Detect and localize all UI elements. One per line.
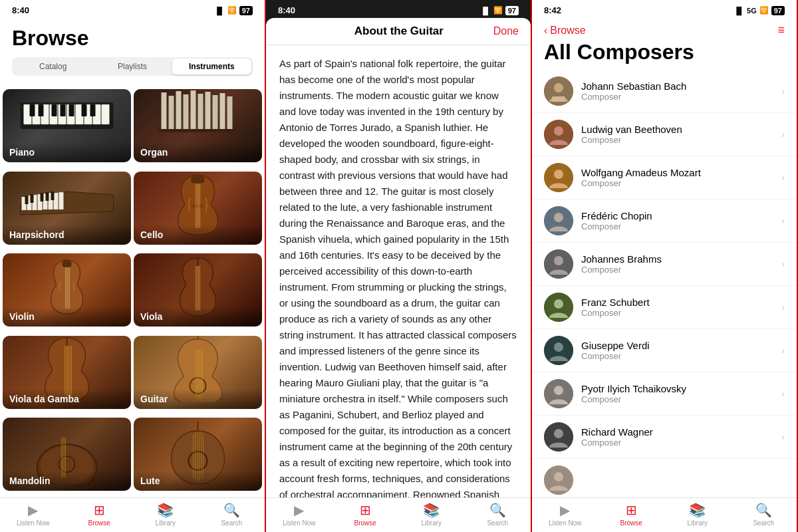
instrument-card-viola[interactable]: Viola [134,253,262,327]
mozart-role: Composer [581,178,781,188]
instrument-card-cello[interactable]: Cello [134,172,262,245]
svg-rect-39 [41,193,44,201]
chopin-role: Composer [581,221,781,231]
instrument-card-guitar[interactable]: Guitar [134,336,262,409]
composer-row-mozart[interactable]: Wolfgang Amadeus Mozart Composer › [532,156,797,200]
tab-search-label-3: Search [753,519,774,527]
svg-rect-91 [552,96,565,102]
tab-browse-icon-1: ⊞ [94,502,105,518]
composer-row-brahms[interactable]: Johannes Brahms Composer › [532,243,797,286]
tab-search-1[interactable]: 🔍 Search [199,502,265,527]
tab-bar-1: ▶ Listen Now ⊞ Browse 📚 Library 🔍 Search [0,497,265,532]
schubert-chevron: › [781,302,785,313]
tab-search-icon-2: 🔍 [489,502,506,518]
instrument-card-organ[interactable]: Organ [134,89,262,162]
segment-instruments[interactable]: Instruments [172,59,251,74]
violin-label: Violin [9,311,35,322]
composer-avatar-beethoven [544,120,573,149]
svg-point-93 [554,126,563,136]
composers-list: Johann Sebastian Bach Composer › Ludwig … [532,70,797,497]
instrument-card-viola-da-gamba[interactable]: Viola da Gamba [3,336,131,409]
done-button[interactable]: Done [493,25,519,37]
instrument-card-violin[interactable]: Violin [3,253,131,327]
mozart-chevron: › [781,172,785,183]
svg-rect-27 [220,93,225,129]
instrument-card-piano[interactable]: Piano [3,89,131,162]
composer-avatar-tchaikovsky [544,379,573,408]
lute-overlay: Lute [134,471,262,491]
segment-control[interactable]: Catalog Playlists Instruments [12,57,253,76]
tab-listen-now-2[interactable]: ▶ Listen Now [266,502,332,527]
wagner-portrait [544,422,573,452]
tab-browse-2[interactable]: ⊞ Browse [332,502,399,527]
viola-label: Viola [140,311,162,322]
mozart-name: Wolfgang Amadeus Mozart [581,167,781,178]
instrument-card-harpsichord[interactable]: Harpsichord [3,172,131,245]
lute-label: Lute [140,475,160,486]
tab-listen-now-label-1: Listen Now [17,519,49,527]
signal-icon-3: ▐▌ [733,7,744,15]
composer-info-verdi: Giuseppe Verdi Composer [581,340,781,361]
tab-listen-now-label-3: Listen Now [549,519,581,527]
menu-icon[interactable]: ≡ [777,23,785,37]
composer-avatar-brahms [544,249,573,279]
svg-rect-17 [90,104,96,116]
composer-avatar-schubert [544,293,573,322]
tab-listen-now-1[interactable]: ▶ Listen Now [0,502,66,527]
svg-rect-12 [39,104,44,116]
svg-rect-16 [82,104,87,116]
tab-library-3[interactable]: 📚 Library [664,502,731,527]
composer-avatar-wagner [544,422,573,452]
partial-portrait [544,466,573,495]
harpsichord-illustration [3,172,131,225]
back-label[interactable]: Browse [550,25,585,37]
svg-rect-11 [30,104,35,116]
beethoven-chevron: › [781,129,785,140]
tab-search-3[interactable]: 🔍 Search [731,502,797,527]
chopin-portrait [544,206,573,235]
mozart-portrait [544,163,573,192]
tab-browse-1[interactable]: ⊞ Browse [66,502,133,527]
composer-row-bach[interactable]: Johann Sebastian Bach Composer › [532,70,797,113]
composer-info-chopin: Frédéric Chopin Composer [581,210,781,231]
composer-row-wagner[interactable]: Richard Wagner Composer › [532,416,797,459]
svg-rect-24 [198,94,203,129]
wagner-chevron: › [781,432,785,442]
svg-rect-26 [213,95,218,129]
composer-row-beethoven[interactable]: Ludwig van Beethoven Composer › [532,113,797,156]
tchaikovsky-portrait [544,379,573,408]
battery-2: 97 [505,6,519,15]
segment-playlists[interactable]: Playlists [92,59,172,74]
chopin-name: Frédéric Chopin [581,210,781,221]
tab-search-label-2: Search [487,519,508,527]
tchaikovsky-role: Composer [581,394,781,404]
organ-overlay: Organ [134,142,262,162]
composer-row-verdi[interactable]: Giuseppe Verdi Composer › [532,329,797,372]
tab-search-icon-3: 🔍 [755,502,772,518]
tab-search-2[interactable]: 🔍 Search [465,502,531,527]
composer-row-chopin[interactable]: Frédéric Chopin Composer › [532,200,797,243]
svg-rect-13 [52,104,57,116]
tab-bar-3: ▶ Listen Now ⊞ Browse 📚 Library 🔍 Search [532,497,797,532]
article-body[interactable]: As part of Spain's national folk reperto… [266,45,531,497]
instrument-card-lute[interactable]: Lute [134,418,262,491]
segment-catalog[interactable]: Catalog [13,59,92,74]
tab-browse-3[interactable]: ⊞ Browse [598,502,665,527]
composer-info-wagner: Richard Wagner Composer [581,426,781,448]
composer-avatar-chopin [544,206,573,235]
time-3: 8:42 [544,5,561,15]
tab-library-1[interactable]: 📚 Library [132,502,199,527]
status-bar-2: 8:40 ▐▌ 🛜 97 [266,0,531,18]
composer-row-schubert[interactable]: Franz Schubert Composer › [532,286,797,329]
instrument-card-mandolin[interactable]: Mandolin [3,418,131,491]
tab-listen-now-3[interactable]: ▶ Listen Now [532,502,598,527]
guitar-overlay: Guitar [134,389,262,409]
svg-point-90 [554,83,563,92]
status-icons-2: ▐▌ 🛜 97 [480,6,519,15]
back-nav[interactable]: ‹ Browse ≡ [532,18,797,37]
composer-row-partial[interactable] [532,459,797,497]
piano-label: Piano [9,147,35,158]
5g-icon: 5G [747,7,757,15]
tab-library-2[interactable]: 📚 Library [398,502,465,527]
composer-row-tchaikovsky[interactable]: Pyotr Ilyich Tchaikovsky Composer › [532,372,797,416]
